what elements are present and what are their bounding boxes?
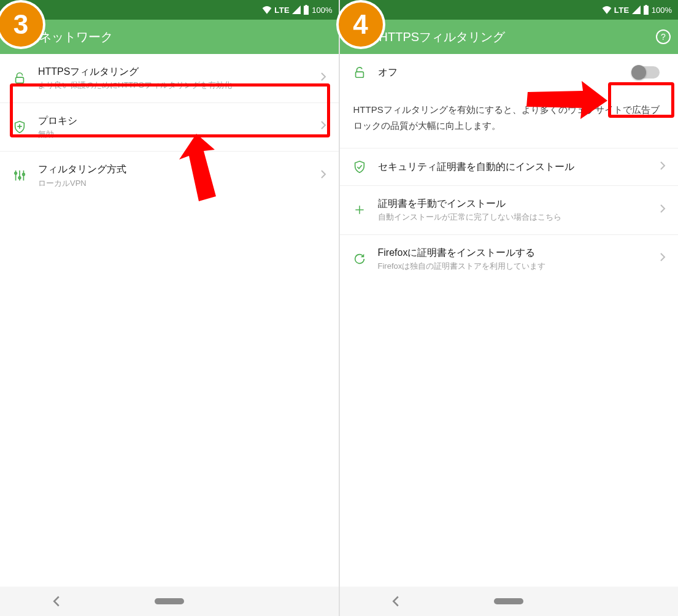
help-button[interactable]: ?	[656, 29, 671, 44]
item-https-filtering[interactable]: HTTPSフィルタリング より良い保護のためにHTTPSフィルタリングを有効化	[0, 54, 339, 103]
toggle-label: オフ	[378, 66, 622, 79]
status-bar: LTE 100%	[0, 0, 339, 20]
network-type: LTE	[274, 6, 290, 15]
page-title: ネットワーク	[39, 29, 331, 45]
item-subtitle: 無効	[38, 129, 309, 140]
chevron-right-icon	[320, 120, 326, 133]
lock-open-icon	[352, 65, 367, 80]
screen-https-filtering: 4 LTE 100% HTTPSフィルタリング ? オフ	[340, 0, 679, 616]
item-manual-install-cert[interactable]: 証明書を手動でインストール 自動インストールが正常に完了しない場合はこちら	[340, 186, 679, 235]
nav-back[interactable]	[32, 591, 81, 611]
step-badge-3: 3	[0, 2, 43, 47]
battery-level: 100%	[312, 6, 332, 15]
item-auto-install-cert[interactable]: セキュリティ証明書を自動的にインストール	[340, 148, 679, 186]
item-title: HTTPSフィルタリング	[38, 65, 309, 79]
nav-home[interactable]	[145, 591, 194, 611]
item-title: セキュリティ証明書を自動的にインストール	[378, 160, 649, 174]
item-title: 証明書を手動でインストール	[378, 197, 649, 210]
chevron-right-icon	[660, 204, 666, 217]
battery-icon	[643, 5, 649, 15]
screen-network: 3 LTE 100% ネットワーク HTTPSフィルタリング より良い保護のため…	[0, 0, 340, 616]
shield-icon	[12, 120, 27, 134]
battery-level: 100%	[652, 6, 672, 15]
item-firefox-cert[interactable]: Firefoxに証明書をインストールする Firefoxは独自の証明書ストアを利…	[340, 235, 679, 283]
chevron-right-icon	[320, 72, 326, 85]
refresh-icon	[352, 252, 367, 266]
signal-icon	[292, 6, 301, 14]
chevron-right-icon	[660, 252, 666, 265]
nav-bar	[0, 587, 339, 616]
network-type: LTE	[614, 6, 630, 15]
wifi-icon	[262, 6, 272, 14]
app-bar: ネットワーク	[0, 20, 339, 54]
settings-list: HTTPSフィルタリング より良い保護のためにHTTPSフィルタリングを有効化 …	[0, 54, 339, 587]
description-text: HTTPSフィルタリングを有効にすると、より多くのウェブサイトで広告ブロックの品…	[340, 91, 679, 148]
signal-icon	[632, 6, 641, 14]
battery-icon	[303, 5, 309, 15]
nav-recent[interactable]	[258, 591, 307, 611]
nav-back[interactable]	[371, 591, 420, 611]
item-filtering-method[interactable]: フィルタリング方式 ローカルVPN	[0, 152, 339, 200]
app-bar: HTTPSフィルタリング ?	[340, 20, 679, 54]
sliders-icon	[12, 168, 27, 183]
wifi-icon	[602, 6, 612, 14]
toggle-switch[interactable]	[633, 66, 660, 79]
item-subtitle: ローカルVPN	[38, 178, 309, 189]
item-title: フィルタリング方式	[38, 163, 309, 176]
settings-list: オフ HTTPSフィルタリングを有効にすると、より多くのウェブサイトで広告ブロッ…	[340, 54, 679, 587]
page-title: HTTPSフィルタリング	[379, 29, 644, 45]
item-subtitle: Firefoxは独自の証明書ストアを利用しています	[378, 261, 649, 272]
item-subtitle: より良い保護のためにHTTPSフィルタリングを有効化	[38, 80, 309, 91]
item-proxy[interactable]: プロキシ 無効	[0, 103, 339, 152]
item-subtitle: 自動インストールが正常に完了しない場合はこちら	[378, 212, 649, 223]
item-title: Firefoxに証明書をインストールする	[378, 246, 649, 260]
nav-recent[interactable]	[597, 591, 646, 611]
status-bar: LTE 100%	[340, 0, 679, 20]
svg-rect-4	[355, 72, 363, 77]
item-toggle-https[interactable]: オフ	[340, 54, 679, 91]
nav-home[interactable]	[484, 591, 533, 611]
chevron-right-icon	[660, 161, 666, 174]
nav-bar	[340, 587, 679, 616]
chevron-right-icon	[320, 169, 326, 182]
shield-check-icon	[352, 160, 367, 174]
lock-icon	[12, 71, 27, 85]
plus-icon	[352, 202, 367, 217]
step-badge-4: 4	[339, 2, 383, 47]
svg-rect-0	[16, 77, 24, 83]
item-title: プロキシ	[38, 114, 309, 128]
